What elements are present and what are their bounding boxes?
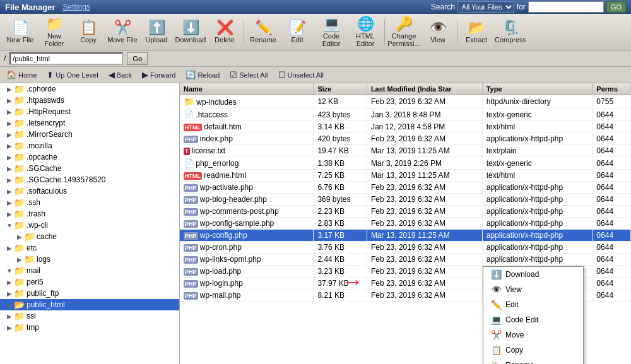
- extract-button[interactable]: 📂 Extract: [460, 16, 493, 48]
- home-nav-button[interactable]: 🏠 Home: [4, 69, 39, 81]
- toggle-icon: ▼: [5, 267, 14, 274]
- back-button[interactable]: ◀ Back: [106, 69, 134, 81]
- app-title: File Manager: [5, 3, 55, 12]
- file-modified: Feb 23, 2019 6:32 AM: [367, 242, 482, 254]
- change-permissions-button[interactable]: 🔑 Change Permissi...: [387, 16, 420, 48]
- new-folder-button[interactable]: 📁 New Folder: [38, 16, 71, 48]
- sidebar-item-softaculous[interactable]: ▶ 📁 .softaculous: [0, 185, 179, 197]
- sidebar-item-etc[interactable]: ▶ 📁 etc: [0, 242, 179, 254]
- sidebar-item-letsencrypt[interactable]: ▶ 📁 .letsencrypt: [0, 117, 179, 129]
- table-row[interactable]: PHP wp-config-sample.php 2.83 KB Feb 23,…: [180, 218, 631, 230]
- context-menu-item-view[interactable]: 👁️ View: [483, 282, 583, 297]
- sidebar-item-httprequest[interactable]: ▶ 📁 .HttpRequest: [0, 106, 179, 117]
- sidebar-item-cache[interactable]: ▶ 📁 cache: [0, 231, 179, 242]
- unselect-all-button[interactable]: ☐ Unselect All: [276, 69, 326, 81]
- file-perms: 0644: [593, 145, 631, 157]
- file-perms: 0644: [593, 157, 631, 170]
- sidebar-item-wp-cli[interactable]: ▼ 📁 .wp-cli: [0, 220, 179, 231]
- edit-button[interactable]: 📝 Edit: [281, 16, 314, 48]
- context-menu-item-edit[interactable]: ✏️ Edit: [483, 297, 583, 312]
- table-row[interactable]: 📁 wp-includes 12 KB Feb 23, 2019 6:32 AM…: [180, 95, 631, 109]
- table-row[interactable]: PHP wp-comments-post.php 2.23 KB Feb 23,…: [180, 206, 631, 218]
- sidebar-item-sgcache2[interactable]: ▶ 📁 .SGCache.1493578520: [0, 174, 179, 185]
- file-name: PHP wp-mail.php: [180, 290, 314, 302]
- toggle-icon: ▶: [5, 290, 14, 297]
- sidebar-item-perl5[interactable]: ▶ 📁 perl5: [0, 276, 179, 288]
- context-menu-item-download[interactable]: ⬇️ Download: [483, 267, 583, 282]
- sidebar-item-opcache[interactable]: ▶ 📁 .opcache: [0, 151, 179, 163]
- compress-button[interactable]: 🗜️ Compress: [494, 16, 527, 48]
- forward-button[interactable]: ▶ Forward: [139, 69, 178, 81]
- col-type[interactable]: Type: [482, 83, 593, 95]
- sidebar-item-cphorde[interactable]: ▶ 📁 .cphorde: [0, 83, 179, 95]
- copy-button[interactable]: 📋 Copy: [72, 16, 105, 48]
- file-modified: Mar 13, 2019 11:25 AM: [367, 170, 482, 182]
- view-button[interactable]: 👁️ View: [422, 16, 454, 48]
- context-menu-item-code-edit[interactable]: 💻 Code Edit: [483, 312, 583, 327]
- sidebar-item-mail[interactable]: ▼ 📁 mail: [0, 265, 179, 276]
- sidebar-item-ssl[interactable]: ▶ 📁 ssl: [0, 310, 179, 322]
- table-row[interactable]: HTML readme.html 7.25 KB Mar 13, 2019 11…: [180, 170, 631, 182]
- table-row[interactable]: 📄 .htaccess 423 bytes Jan 3, 2018 8:48 P…: [180, 109, 631, 121]
- col-perms[interactable]: Perms: [593, 83, 631, 95]
- col-modified[interactable]: Last Modified (India Star: [367, 83, 482, 95]
- table-row[interactable]: PHP wp-links-opml.php 2.44 KB Feb 23, 20…: [180, 254, 631, 266]
- sidebar-item-label: logs: [37, 255, 50, 264]
- reload-button[interactable]: 🔄 Reload: [183, 69, 222, 81]
- sidebar-item-label: .opcache: [27, 153, 57, 161]
- php-icon: PHP: [184, 292, 198, 300]
- file-modified: Mar 13, 2019 11:25 AM: [367, 145, 482, 157]
- search-select[interactable]: All Your Files File Name Content: [457, 1, 514, 13]
- folder-icon: 📁: [14, 288, 25, 298]
- table-row[interactable]: HTML default.htm 3.14 KB Jan 12, 2018 4:…: [180, 121, 631, 133]
- sidebar-item-label: .letsencrypt: [27, 119, 65, 127]
- context-menu-item-rename[interactable]: 🏷️ Rename: [483, 358, 583, 364]
- delete-button[interactable]: ❌ Delete: [208, 16, 241, 48]
- toggle-icon: ▶: [5, 211, 14, 218]
- sidebar-item-sgcache[interactable]: ▶ 📁 .SGCache: [0, 163, 179, 174]
- up-label: Up One Level: [56, 71, 98, 79]
- table-row[interactable]: PHP wp-config.php 3.17 KB Mar 13, 2019 1…: [180, 230, 631, 242]
- download-button[interactable]: ⬇️ Download: [174, 16, 207, 48]
- file-size: 6.76 KB: [314, 182, 367, 194]
- go-button[interactable]: Go: [127, 52, 148, 65]
- file-size: 2.23 KB: [314, 206, 367, 218]
- sidebar-item-logs[interactable]: ▶ 📁 logs: [0, 254, 179, 265]
- table-row[interactable]: PHP wp-cron.php 3.76 KB Feb 23, 2019 6:3…: [180, 242, 631, 254]
- sidebar-item-ssh[interactable]: ▶ 📁 .ssh: [0, 197, 179, 208]
- table-row[interactable]: PHP wp-activate.php 6.76 KB Feb 23, 2019…: [180, 182, 631, 194]
- sidebar-item-tmp[interactable]: ▶ 📁 tmp: [0, 322, 179, 333]
- table-row[interactable]: PHP index.php 420 bytes Feb 23, 2019 6:3…: [180, 133, 631, 145]
- file-modified: Feb 23, 2019 6:32 AM: [367, 266, 482, 278]
- table-row[interactable]: 📄 php_errorlog 1.38 KB Mar 3, 2019 2:26 …: [180, 157, 631, 170]
- settings-link[interactable]: Settings: [62, 3, 90, 11]
- sidebar-item-public_ftp[interactable]: ▶ 📁 public_ftp: [0, 288, 179, 299]
- html-editor-button[interactable]: 🌐 HTML Editor: [349, 16, 382, 48]
- context-menu-item-copy[interactable]: 📋 Copy: [483, 343, 583, 358]
- col-size[interactable]: Size: [314, 83, 367, 95]
- sidebar-item-public_html[interactable]: ▶ 📂 public_html: [0, 299, 179, 310]
- upload-button[interactable]: ⬆️ Upload: [140, 16, 173, 48]
- sidebar-item-mirrorsearch[interactable]: ▶ 📁 .MirrorSearch: [0, 129, 179, 140]
- search-input[interactable]: [528, 1, 604, 13]
- folder-icon: 📁: [14, 141, 25, 151]
- sidebar-item-mozilla[interactable]: ▶ 📁 .mozilla: [0, 140, 179, 151]
- toggle-icon: ▶: [5, 143, 14, 150]
- path-input[interactable]: [9, 52, 123, 65]
- file-type: application/x-httpd-php: [482, 242, 593, 254]
- move-file-button[interactable]: ✂️ Move File: [106, 16, 139, 48]
- sidebar-item-htpasswds[interactable]: ▶ 📁 .htpasswds: [0, 95, 179, 106]
- sidebar-item-trash[interactable]: ▶ 📁 .trash: [0, 208, 179, 220]
- unselect-all-label: Unselect All: [288, 71, 324, 79]
- table-row[interactable]: T license.txt 19.47 KB Mar 13, 2019 11:2…: [180, 145, 631, 157]
- rename-button[interactable]: ✏️ Rename: [247, 16, 280, 48]
- new-file-button[interactable]: 📄 New File: [4, 16, 37, 48]
- context-menu-item-move[interactable]: ✂️ Move: [483, 327, 583, 343]
- search-go-button[interactable]: GO: [606, 1, 626, 13]
- sidebar-item-label: .HttpRequest: [27, 107, 71, 116]
- table-row[interactable]: PHP wp-blog-header.php 369 bytes Feb 23,…: [180, 194, 631, 206]
- code-editor-button[interactable]: 💻 Code Editor: [315, 16, 348, 48]
- select-all-button[interactable]: ☑ Select All: [227, 69, 270, 81]
- up-one-level-button[interactable]: ⬆ Up One Level: [44, 69, 100, 81]
- col-name[interactable]: Name: [180, 83, 314, 95]
